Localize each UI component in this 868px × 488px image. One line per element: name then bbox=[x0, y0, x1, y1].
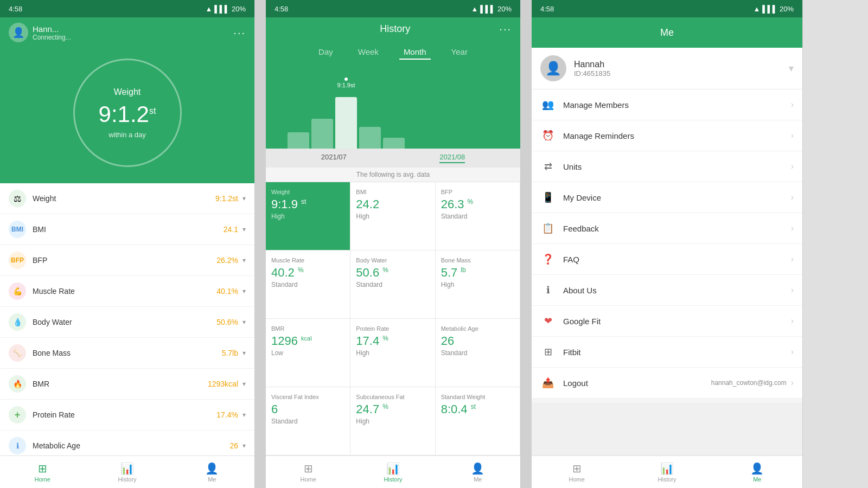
metric-val: 17.4% bbox=[216, 410, 238, 419]
manage-members-button[interactable]: 👥 Manage Members › bbox=[532, 89, 802, 120]
weight-label: Weight bbox=[114, 87, 141, 97]
weight-value: 9:1.2st bbox=[99, 101, 156, 127]
arrow-icon: › bbox=[791, 316, 794, 326]
stat-sub: Standard bbox=[271, 281, 344, 288]
status-bar-1: 4:58 ▲ ▌▌▌ 20% bbox=[0, 0, 254, 17]
home-header: 👤 Hann... Connecting... ··· bbox=[0, 17, 254, 48]
profile-info: Hannah ID:4651835 bbox=[574, 60, 789, 78]
chevron-icon: ▾ bbox=[242, 380, 246, 388]
stat-label: Protein Rate bbox=[356, 325, 429, 332]
list-item[interactable]: 🦴 Bone Mass 5.7lb ▾ bbox=[0, 338, 254, 369]
stat-value: 1296 kcal bbox=[271, 334, 344, 348]
list-item[interactable]: ⚖ Weight 9:1.2st ▾ bbox=[0, 183, 254, 214]
chart-date-current[interactable]: 2021/08 bbox=[439, 153, 465, 163]
stat-sub: High bbox=[356, 213, 429, 220]
stat-value: 17.4 % bbox=[356, 334, 429, 348]
protein-icon: + bbox=[9, 406, 26, 423]
reminders-label: Manage Reminders bbox=[563, 131, 791, 140]
home-nav-label-2: Home bbox=[300, 476, 316, 483]
tab-day[interactable]: Day bbox=[314, 45, 337, 60]
weight-time: within a day bbox=[108, 131, 146, 139]
nav-history-button[interactable]: 📊 History bbox=[85, 456, 169, 488]
nav-home-button-3[interactable]: ⊞ Home bbox=[532, 456, 622, 488]
chart-bar bbox=[311, 119, 333, 149]
about-us-button[interactable]: ℹ About Us › bbox=[532, 275, 802, 306]
stat-value: 40.2 % bbox=[271, 266, 344, 280]
stat-label: Metabolic Age bbox=[441, 325, 514, 332]
arrow-icon: › bbox=[791, 223, 794, 233]
google-fit-button[interactable]: ❤ Google Fit › bbox=[532, 306, 802, 337]
feedback-button[interactable]: 📋 Feedback › bbox=[532, 213, 802, 244]
nav-me-button-3[interactable]: 👤 Me bbox=[712, 456, 802, 488]
nav-me-button[interactable]: 👤 Me bbox=[170, 456, 254, 488]
stat-label: Subcutaneous Fat bbox=[356, 394, 429, 400]
metric-val: 5.7lb bbox=[222, 349, 238, 357]
metric-val: 9:1.2st bbox=[215, 194, 238, 203]
tab-year[interactable]: Year bbox=[447, 45, 472, 60]
gray-area bbox=[532, 403, 802, 455]
profile-row[interactable]: 👤 Hannah ID:4651835 ▾ bbox=[532, 48, 802, 89]
arrow-icon: › bbox=[791, 192, 794, 202]
fitbit-label: Fitbit bbox=[563, 348, 791, 357]
units-icon: ⇄ bbox=[540, 159, 556, 174]
chart-value-label: 9:1.9st bbox=[337, 82, 355, 88]
chart-date-prev[interactable]: 2021/07 bbox=[321, 153, 347, 163]
history-more-button[interactable]: ··· bbox=[499, 23, 512, 35]
nav-home-button[interactable]: ⊞ Home bbox=[0, 456, 85, 488]
stat-sub: Low bbox=[271, 349, 344, 357]
tab-month[interactable]: Month bbox=[399, 45, 431, 60]
more-options-button[interactable]: ··· bbox=[233, 27, 246, 39]
googlefit-icon: ❤ bbox=[540, 313, 556, 329]
list-item[interactable]: 🔥 BMR 1293kcal ▾ bbox=[0, 369, 254, 400]
feedback-label: Feedback bbox=[563, 224, 791, 233]
fitbit-button[interactable]: ⊞ Fitbit › bbox=[532, 337, 802, 368]
logout-label: Logout bbox=[563, 378, 711, 388]
list-item[interactable]: BMI BMI 24.1 ▾ bbox=[0, 214, 254, 245]
metric-val: 26 bbox=[229, 441, 238, 450]
manage-reminders-button[interactable]: ⏰ Manage Reminders › bbox=[532, 120, 802, 151]
nav-home-button-2[interactable]: ⊞ Home bbox=[266, 456, 350, 488]
battery-2: 20% bbox=[497, 5, 512, 13]
stat-value: 50.6 % bbox=[356, 266, 429, 280]
about-icon: ℹ bbox=[540, 282, 556, 298]
metric-label: Body Water bbox=[33, 318, 216, 326]
stat-sub: Standard bbox=[441, 349, 514, 357]
metric-label: BMR bbox=[33, 380, 208, 388]
arrow-icon: › bbox=[791, 100, 794, 110]
history-nav-icon-3: 📊 bbox=[660, 462, 674, 475]
avatar: 👤 bbox=[9, 23, 28, 42]
faq-label: FAQ bbox=[563, 255, 791, 264]
history-nav-icon-2: 📊 bbox=[386, 462, 400, 475]
metric-val: 26.2% bbox=[216, 256, 238, 265]
stat-value: 26.3 % bbox=[441, 197, 514, 211]
chart-bar bbox=[288, 132, 309, 149]
me-title: Me bbox=[660, 27, 674, 38]
faq-button[interactable]: ❓ FAQ › bbox=[532, 244, 802, 275]
nav-history-button-3[interactable]: 📊 History bbox=[622, 456, 712, 488]
my-device-button[interactable]: 📱 My Device › bbox=[532, 182, 802, 213]
home-nav-icon-3: ⊞ bbox=[572, 462, 582, 475]
home-nav-label: Home bbox=[34, 476, 50, 483]
metric-label: BMI bbox=[33, 225, 224, 234]
list-item[interactable]: BFP BFP 26.2% ▾ bbox=[0, 245, 254, 276]
stat-sub: High bbox=[356, 418, 429, 425]
units-button[interactable]: ⇄ Units › bbox=[532, 151, 802, 182]
history-nav-label-2: History bbox=[384, 476, 402, 483]
chevron-icon: ▾ bbox=[242, 256, 246, 264]
stat-weight: Weight 9:1.9 st High bbox=[266, 182, 350, 251]
nav-me-button-2[interactable]: 👤 Me bbox=[436, 456, 520, 488]
metric-label: Metabolic Age bbox=[33, 441, 229, 450]
stat-label: Bone Mass bbox=[441, 257, 514, 264]
stat-label: BFP bbox=[441, 189, 514, 195]
list-item[interactable]: ℹ Metabolic Age 26 ▾ bbox=[0, 431, 254, 455]
logout-button[interactable]: 📤 Logout hannah_cowton@idg.com › bbox=[532, 368, 802, 399]
list-item[interactable]: + Protein Rate 17.4% ▾ bbox=[0, 400, 254, 431]
nav-history-button-2[interactable]: 📊 History bbox=[350, 456, 435, 488]
list-item[interactable]: 💪 Muscle Rate 40.1% ▾ bbox=[0, 276, 254, 307]
tab-week[interactable]: Week bbox=[354, 45, 383, 60]
history-title: History bbox=[291, 23, 499, 35]
bmr-icon: 🔥 bbox=[9, 375, 26, 393]
list-item[interactable]: 💧 Body Water 50.6% ▾ bbox=[0, 307, 254, 338]
metric-val: 1293kcal bbox=[208, 380, 238, 388]
me-nav-label-3: Me bbox=[753, 476, 761, 483]
